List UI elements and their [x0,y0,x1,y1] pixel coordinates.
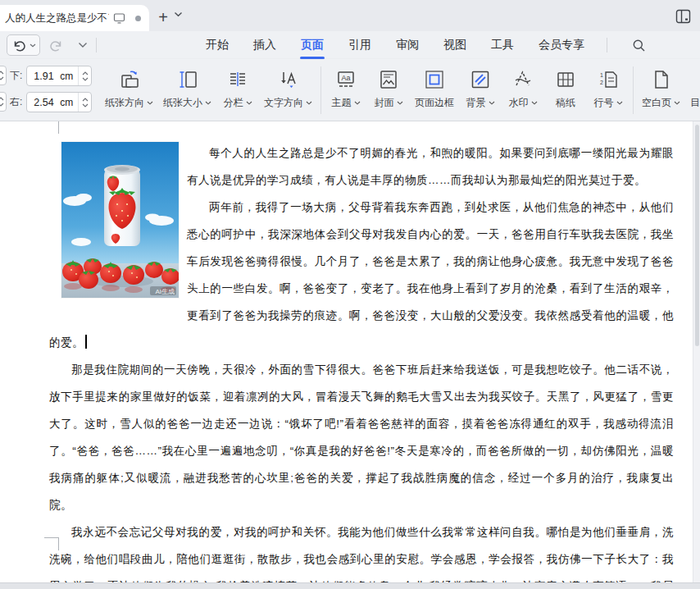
watermark-icon [511,67,534,92]
text-cursor [85,335,87,349]
chevron-down-icon [147,101,153,105]
paragraph-4: 我永远不会忘记父母对我的爱，对我的呵护和关怀。我能为他们做些什么我常常这样问自我… [49,518,674,582]
chevron-down-icon [205,101,211,105]
margin-settings-group: 下: 1.91 cm 右: 2.54 cm [0,59,100,121]
margin-bottom-input[interactable]: 1.91 cm [26,66,92,86]
vertical-scrollbar[interactable] [693,121,700,582]
theme-icon: Aa [334,67,357,92]
undo-dropdown-icon[interactable] [30,43,36,48]
theme-button[interactable]: Aa 主题 [325,64,367,113]
divider [320,66,321,114]
divider [607,38,607,53]
paper-orientation-button[interactable]: 纸张方向 [100,64,158,113]
page-border-button[interactable]: 页面边框 [410,64,459,113]
divider [633,66,634,114]
margin-right-input[interactable]: 2.54 cm [26,92,92,112]
ribbon: 下: 1.91 cm 右: 2.54 cm [0,59,700,121]
document-tab[interactable]: 人的人生之路总是少不了明 [0,5,149,31]
margin-bottom-stepper[interactable] [78,66,91,85]
watermark-button[interactable]: 水印 [502,64,544,113]
page-insert-group: 空白页 目录页 [637,59,700,113]
undo-button[interactable] [11,36,27,54]
paper-orientation-icon [118,67,141,92]
chevron-down-icon [489,101,495,105]
svg-text:1: 1 [600,72,603,78]
line-number-button[interactable]: 12 行号 [587,64,630,113]
monitor-icon [113,12,125,24]
blank-page-button[interactable]: 空白页 [637,64,685,113]
menubar: 开始 插入 页面 引用 审阅 视图 工具 会员专享 [0,31,700,59]
document-page: AI生成 每个人的人生之路总是少不了明媚的春光，和煦的暖阳。如果要问到底哪一缕阳… [0,121,693,582]
undo-group [7,34,40,56]
text-direction-icon [277,67,300,92]
tab-status-dot [135,16,141,21]
page-border-icon [423,67,446,92]
sidebar-panel-toggle-icon[interactable] [674,7,692,25]
menu-tab-page[interactable]: 页面 [300,32,325,58]
paragraph-3: 那是我住院期间的一天傍晚，天很冷，外面的雪下得很大。爸爸下班后赶来给我送饭，可是… [49,356,674,518]
ai-watermark: AI生成 [155,288,175,295]
chevron-down-icon [674,101,680,105]
margin-right-stepper[interactable] [78,93,91,112]
columns-button[interactable]: 分栏 [216,64,259,113]
cover-icon [377,67,400,92]
background-icon [469,67,492,92]
chevron-down-icon [306,101,312,105]
margin-corner-mark [44,121,59,134]
history-dropdown-icon[interactable] [75,36,91,54]
columns-icon [226,67,249,92]
status-bar-edge [0,582,700,589]
document-content: AI生成 每个人的人生之路总是少不了明媚的春光，和煦的暖阳。如果要问到底哪一缕阳… [0,121,693,582]
chevron-down-icon [397,101,403,105]
page-style-group: Aa 主题 封面 页面边框 背景 水印 [325,59,630,113]
titlebar: 人的人生之路总是少不了明 + [0,0,700,31]
menu-tab-insert[interactable]: 插入 [252,32,277,58]
margin-bottom-label: 下: [10,69,22,83]
menu-tab-view[interactable]: 视图 [443,32,467,58]
cover-button[interactable]: 封面 [367,64,410,113]
menu-tab-review[interactable]: 审阅 [395,32,420,58]
margin-corner-mark [44,537,59,550]
blank-page-icon [650,67,673,92]
manuscript-paper-button[interactable]: 稿纸 [544,64,587,113]
chevron-down-icon [354,101,361,105]
scrollbar-thumb[interactable] [695,125,699,346]
menu-tab-reference[interactable]: 引用 [348,32,372,58]
text-direction-button[interactable]: 文字方向 [259,64,317,113]
new-tab-button[interactable]: + [152,7,174,28]
divider [96,38,97,53]
margin-right-label: 右: [10,95,22,109]
redo-button[interactable] [48,36,65,54]
document-tab-title: 人的人生之路总是少不了明 [5,11,109,25]
menu-tab-member[interactable]: 会员专享 [538,32,585,58]
chevron-down-icon [531,101,538,105]
tab-list-dropdown[interactable] [174,11,183,17]
svg-text:Aa: Aa [341,74,350,82]
strawberry-can-image[interactable]: AI生成 [61,142,179,298]
background-button[interactable]: 背景 [459,64,502,113]
menu-tab-tools[interactable]: 工具 [490,32,515,58]
chevron-down-icon [616,101,623,105]
page-setup-group: 纸张方向 纸张大小 分栏 文字方向 [100,59,317,113]
menu-tab-start[interactable]: 开始 [205,32,230,58]
margin-top-stepper[interactable] [0,66,7,85]
manuscript-paper-icon [554,67,577,92]
chevron-down-icon [246,101,252,105]
margin-left-stepper[interactable] [0,92,7,112]
paper-size-icon [176,67,199,92]
line-number-icon: 12 [597,67,620,92]
svg-text:2: 2 [600,80,603,85]
menu-items: 开始 插入 页面 引用 审阅 视图 工具 会员专享 [205,32,585,58]
search-icon[interactable] [632,39,646,53]
toc-page-button[interactable]: 目录页 [685,64,700,113]
paper-size-button[interactable]: 纸张大小 [158,64,216,113]
